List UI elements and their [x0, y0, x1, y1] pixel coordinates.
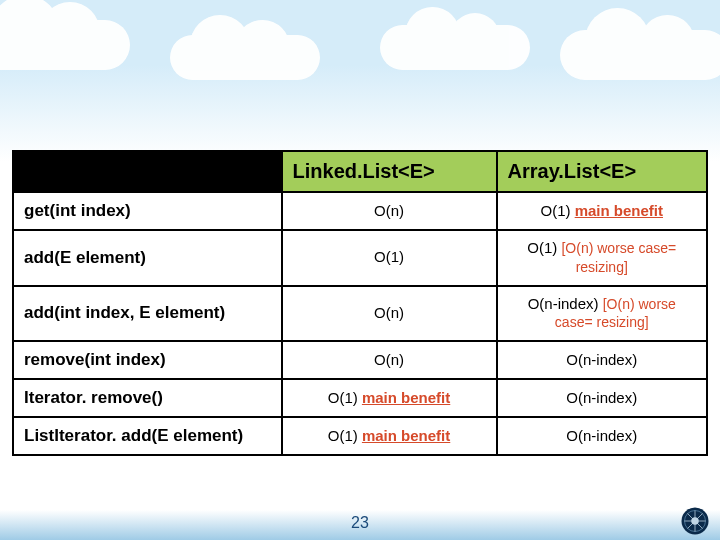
- val-cell: O(n): [282, 192, 497, 230]
- complexity-table: Linked.List<E> Array.List<E> get(int ind…: [12, 150, 708, 456]
- header-blank: [13, 151, 282, 192]
- val-cell: O(n-index) [O(n) worse case= resizing]: [497, 286, 708, 342]
- val-cell: O(1) main benefit: [282, 417, 497, 455]
- main-benefit: main benefit: [575, 202, 663, 219]
- table-row: Iterator. remove() O(1) main benefit O(n…: [13, 379, 707, 417]
- header-linkedlist: Linked.List<E>: [282, 151, 497, 192]
- op-iter-remove: Iterator. remove(): [13, 379, 282, 417]
- page-number: 23: [0, 514, 720, 532]
- header-arraylist: Array.List<E>: [497, 151, 708, 192]
- val-cell: O(n-index): [497, 417, 708, 455]
- svg-point-6: [691, 517, 699, 525]
- table-header-row: Linked.List<E> Array.List<E>: [13, 151, 707, 192]
- val-cell: O(n-index): [497, 341, 708, 379]
- main-benefit: main benefit: [362, 427, 450, 444]
- op-remove-idx: remove(int index): [13, 341, 282, 379]
- main-benefit: main benefit: [362, 389, 450, 406]
- table-row: ListIterator. add(E element) O(1) main b…: [13, 417, 707, 455]
- op-get: get(int index): [13, 192, 282, 230]
- val-cell: O(n): [282, 341, 497, 379]
- cloud-deco: [0, 20, 130, 70]
- cloud-deco: [560, 30, 720, 80]
- cloud-deco: [380, 25, 530, 70]
- table-row: add(int index, E element) O(n) O(n-index…: [13, 286, 707, 342]
- cloud-deco: [170, 35, 320, 80]
- op-add-e: add(E element): [13, 230, 282, 286]
- val-cell: O(1) [O(n) worse case= resizing]: [497, 230, 708, 286]
- note: [O(n) worse case= resizing]: [561, 240, 676, 275]
- table-row: get(int index) O(n) O(1) main benefit: [13, 192, 707, 230]
- val-cell: O(n-index): [497, 379, 708, 417]
- logo-icon: [680, 506, 710, 536]
- val-cell: O(1) main benefit: [282, 379, 497, 417]
- val-cell: O(1) main benefit: [497, 192, 708, 230]
- table-row: remove(int index) O(n) O(n-index): [13, 341, 707, 379]
- op-add-idx: add(int index, E element): [13, 286, 282, 342]
- table-row: add(E element) O(1) O(1) [O(n) worse cas…: [13, 230, 707, 286]
- val-cell: O(n): [282, 286, 497, 342]
- val-cell: O(1): [282, 230, 497, 286]
- op-listiter-add: ListIterator. add(E element): [13, 417, 282, 455]
